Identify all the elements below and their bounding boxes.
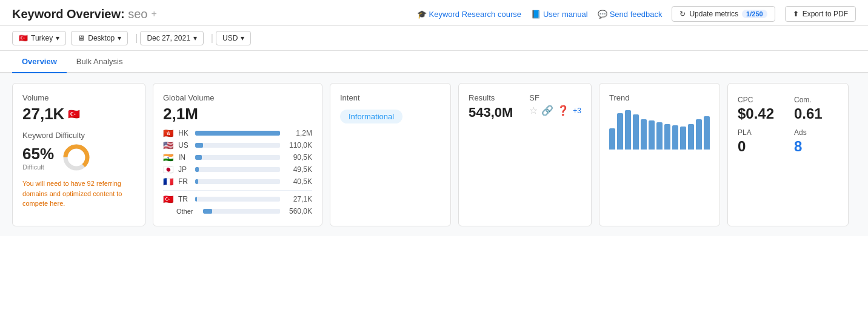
page-title: Keyword Overview: seo bbox=[12, 7, 147, 21]
results-col: Results 543,0M bbox=[469, 93, 515, 120]
kd-value: 65% Difficult bbox=[22, 145, 54, 171]
volume-value: 27,1K 🇹🇷 bbox=[22, 105, 135, 123]
kd-level: Difficult bbox=[22, 163, 54, 171]
star-icon[interactable]: ☆ bbox=[529, 105, 538, 116]
volume-label: Volume bbox=[22, 93, 135, 102]
keyword-research-course-link[interactable]: 🎓 Keyword Research course bbox=[417, 10, 521, 19]
kd-donut-chart bbox=[61, 142, 92, 173]
add-keyword-button[interactable]: + bbox=[151, 8, 156, 19]
sf-col: SF ☆ 🔗 ❓ +3 bbox=[529, 93, 581, 116]
trend-bar bbox=[656, 122, 663, 150]
cpc-value: $0.42 bbox=[738, 105, 782, 122]
chevron-down-icon: ▾ bbox=[56, 34, 59, 42]
results-card: Results 543,0M SF ☆ 🔗 ❓ +3 bbox=[458, 83, 592, 226]
global-row-other: 🏳 Other 560,0K bbox=[163, 206, 312, 216]
trend-bar bbox=[625, 110, 631, 150]
global-row-tr: 🇹🇷 TR 27,1K bbox=[163, 194, 312, 204]
trend-bar bbox=[664, 124, 670, 150]
ads-value: 8 bbox=[794, 138, 838, 155]
filter-separator-2: | bbox=[211, 33, 213, 44]
update-metrics-button[interactable]: ↻ Update metrics 1/250 bbox=[672, 6, 775, 22]
update-badge: 1/250 bbox=[742, 10, 767, 18]
desktop-icon: 🖥 bbox=[78, 34, 85, 42]
tab-overview[interactable]: Overview bbox=[12, 51, 67, 73]
sf-icons: ☆ 🔗 ❓ +3 bbox=[529, 105, 581, 116]
intent-card: Intent Informational bbox=[330, 83, 451, 226]
device-filter[interactable]: 🖥 Desktop ▾ bbox=[71, 31, 128, 45]
global-volume-value: 2,1M bbox=[163, 105, 312, 123]
trend-label: Trend bbox=[609, 93, 710, 102]
pla-item: PLA 0 bbox=[738, 128, 782, 155]
global-rows: 🇭🇰 HK 1,2M 🇺🇸 US 110,0K 🇮🇳 IN 90,5K 🇯🇵 J… bbox=[163, 128, 312, 216]
results-value: 543,0M bbox=[469, 105, 515, 120]
trend-bar bbox=[672, 125, 678, 150]
filters-bar: 🇹🇷 Turkey ▾ 🖥 Desktop ▾ | Dec 27, 2021 ▾… bbox=[0, 26, 868, 51]
trend-bar bbox=[704, 116, 710, 150]
sf-label: SF bbox=[529, 93, 581, 102]
cpc-card: CPC $0.42 Com. 0.61 PLA 0 Ads 8 bbox=[727, 83, 849, 226]
pla-label: PLA bbox=[738, 128, 782, 137]
global-row-jp: 🇯🇵 JP 49,5K bbox=[163, 165, 312, 174]
com-item: Com. 0.61 bbox=[794, 96, 838, 122]
top-right-actions: 🎓 Keyword Research course 📘 User manual … bbox=[417, 6, 856, 22]
trend-bar bbox=[609, 128, 615, 150]
ads-item: Ads 8 bbox=[794, 128, 838, 155]
kd-section: Keyword Difficulty 65% Difficult You wil… bbox=[22, 131, 135, 209]
chevron-down-icon: ▾ bbox=[193, 34, 197, 42]
main-content: Volume 27,1K 🇹🇷 Keyword Difficulty 65% D… bbox=[0, 73, 868, 236]
global-volume-label: Global Volume bbox=[163, 93, 312, 102]
refresh-icon: ↻ bbox=[679, 10, 686, 18]
link-icon[interactable]: 🔗 bbox=[541, 105, 553, 116]
volume-card: Volume 27,1K 🇹🇷 Keyword Difficulty 65% D… bbox=[12, 83, 145, 226]
trend-bar bbox=[696, 119, 702, 150]
cpc-item: CPC $0.42 bbox=[738, 96, 782, 122]
chevron-down-icon: ▾ bbox=[118, 34, 121, 42]
trend-bar bbox=[649, 120, 655, 150]
chevron-down-icon: ▾ bbox=[241, 34, 244, 42]
tab-bulk-analysis[interactable]: Bulk Analysis bbox=[67, 51, 133, 73]
turkey-flag: 🇹🇷 bbox=[19, 34, 28, 42]
user-manual-link[interactable]: 📘 User manual bbox=[531, 10, 588, 19]
global-volume-card: Global Volume 2,1M 🇭🇰 HK 1,2M 🇺🇸 US 110,… bbox=[153, 83, 322, 226]
tabs-bar: Overview Bulk Analysis bbox=[0, 51, 868, 73]
export-pdf-button[interactable]: ⬆ Export to PDF bbox=[785, 6, 856, 22]
trend-bars bbox=[609, 107, 710, 150]
kd-row: 65% Difficult bbox=[22, 142, 135, 173]
trend-bar bbox=[680, 127, 686, 150]
volume-flag: 🇹🇷 bbox=[68, 108, 80, 120]
chat-icon: 💬 bbox=[598, 10, 607, 19]
cpc-grid: CPC $0.42 Com. 0.61 PLA 0 Ads 8 bbox=[738, 96, 838, 155]
results-label: Results bbox=[469, 93, 515, 102]
send-feedback-link[interactable]: 💬 Send feedback bbox=[598, 10, 663, 19]
date-filter[interactable]: Dec 27, 2021 ▾ bbox=[140, 31, 203, 45]
currency-filter[interactable]: USD ▾ bbox=[216, 31, 251, 45]
global-row-hk: 🇭🇰 HK 1,2M bbox=[163, 128, 312, 138]
global-row-in: 🇮🇳 IN 90,5K bbox=[163, 153, 312, 162]
global-separator bbox=[163, 190, 312, 191]
trend-bar bbox=[641, 119, 647, 150]
title-area: Keyword Overview: seo + bbox=[12, 7, 157, 21]
country-filter[interactable]: 🇹🇷 Turkey ▾ bbox=[12, 31, 66, 45]
book-icon: 📘 bbox=[531, 10, 541, 19]
trend-bar bbox=[688, 124, 694, 150]
global-row-us: 🇺🇸 US 110,0K bbox=[163, 140, 312, 150]
question-icon[interactable]: ❓ bbox=[557, 105, 569, 116]
kd-label: Keyword Difficulty bbox=[22, 131, 135, 140]
filter-separator: | bbox=[135, 33, 138, 44]
com-label: Com. bbox=[794, 96, 838, 104]
sf-more[interactable]: +3 bbox=[573, 107, 581, 115]
top-bar: Keyword Overview: seo + 🎓 Keyword Resear… bbox=[0, 0, 868, 26]
results-row: Results 543,0M SF ☆ 🔗 ❓ +3 bbox=[469, 93, 581, 120]
com-value: 0.61 bbox=[794, 105, 838, 122]
cpc-label: CPC bbox=[738, 96, 782, 104]
trend-card: Trend bbox=[599, 83, 720, 226]
graduation-icon: 🎓 bbox=[417, 10, 427, 19]
ads-label: Ads bbox=[794, 128, 838, 137]
trend-bar bbox=[633, 114, 639, 150]
intent-label: Intent bbox=[340, 93, 441, 102]
export-icon: ⬆ bbox=[793, 10, 799, 18]
kd-description: You will need to have 92 referring domai… bbox=[22, 179, 135, 209]
pla-value: 0 bbox=[738, 138, 782, 155]
intent-badge: Informational bbox=[340, 110, 402, 123]
trend-bar bbox=[617, 113, 623, 150]
